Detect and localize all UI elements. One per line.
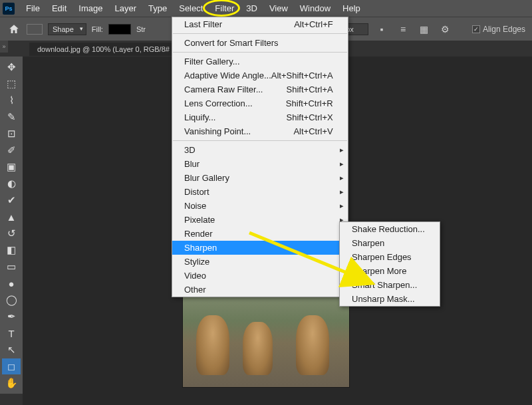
menu-item-render[interactable]: Render (172, 227, 348, 241)
checkbox-icon: ✓ (472, 25, 480, 33)
lasso-tool[interactable]: ⌇ (2, 92, 21, 108)
menu-item-adaptive-wide-angle[interactable]: Adaptive Wide Angle...Alt+Shift+Ctrl+A (172, 68, 348, 82)
history-brush-tool[interactable]: ↺ (2, 225, 21, 241)
menu-shortcut: Alt+Ctrl+F (294, 19, 333, 29)
menu-item-stylize[interactable]: Stylize (172, 255, 348, 269)
menu-item-distort[interactable]: Distort (172, 185, 348, 199)
gradient-tool[interactable]: ▭ (2, 259, 21, 275)
pen-tool[interactable]: ✒ (2, 309, 21, 325)
menu-item-camera-raw-filter[interactable]: Camera Raw Filter...Shift+Ctrl+A (172, 82, 348, 96)
menu-item-filter-gallery[interactable]: Filter Gallery... (172, 55, 348, 68)
eyedropper-tool[interactable]: ✐ (2, 142, 21, 158)
menu-separator (173, 140, 347, 141)
menu-item-label: Sharpen (352, 238, 384, 248)
menu-item-label: Blur Gallery (184, 173, 229, 183)
menu-item-label: Noise (184, 201, 206, 211)
menu-item-label: Other (184, 285, 206, 295)
menu-item-label: Distort (184, 187, 209, 197)
rectangle-tool[interactable]: □ (2, 358, 21, 374)
menu-item-sharpen-edges[interactable]: Sharpen Edges (340, 250, 440, 264)
menu-filter[interactable]: Filter (209, 1, 240, 16)
hand-tool[interactable]: ✋ (2, 375, 21, 391)
align-icon[interactable]: ▪ (374, 21, 390, 37)
menu-item-unsharp-mask[interactable]: Unsharp Mask... (340, 292, 440, 306)
stroke-label: Str (136, 25, 146, 33)
menu-view[interactable]: View (263, 1, 294, 16)
menu-item-label: Smart Sharpen... (352, 280, 417, 290)
menu-layer[interactable]: Layer (109, 1, 143, 16)
menu-shortcut: Shift+Ctrl+A (287, 84, 333, 94)
frame-tool[interactable]: ▣ (2, 159, 21, 175)
gear-icon[interactable]: ⚙ (438, 21, 454, 37)
arrange-icon[interactable]: ≡ (395, 21, 411, 37)
menu-item-blur-gallery[interactable]: Blur Gallery (172, 171, 348, 185)
menu-shortcut: Shift+Ctrl+X (287, 112, 333, 122)
path-select-tool[interactable]: ↖ (2, 342, 21, 358)
home-icon[interactable] (7, 22, 21, 37)
menu-item-label: Video (184, 271, 206, 281)
menu-item-label: Convert for Smart Filters (184, 38, 279, 48)
align-edges-check[interactable]: ✓ Align Edges (472, 25, 525, 34)
eraser-tool[interactable]: ◧ (2, 242, 21, 258)
menu-item-label: 3D (184, 145, 196, 155)
menu-3d[interactable]: 3D (240, 1, 263, 16)
quick-select-tool[interactable]: ✎ (2, 109, 21, 125)
menu-item-label: Stylize (184, 257, 209, 267)
menu-item-label: Unsharp Mask... (352, 294, 415, 304)
document-tab[interactable]: download.jpg @ 100% (Layer 0, RGB/8# (29, 43, 178, 56)
menu-item-label: Vanishing Point... (184, 126, 251, 136)
menu-item-label: Last Filter (184, 19, 222, 29)
menu-item-other[interactable]: Other (172, 283, 348, 297)
menu-item-sharpen[interactable]: Sharpen (172, 241, 348, 255)
menu-item-blur[interactable]: Blur (172, 157, 348, 171)
move-tool[interactable]: ✥ (2, 59, 21, 75)
menu-item-3d[interactable]: 3D (172, 143, 348, 157)
menu-window[interactable]: Window (294, 1, 336, 16)
menu-item-shake-reduction[interactable]: Shake Reduction... (340, 222, 440, 236)
menu-item-sharpen[interactable]: Sharpen (340, 236, 440, 250)
menu-shortcut: Shift+Ctrl+R (286, 98, 333, 108)
menu-item-vanishing-point[interactable]: Vanishing Point...Alt+Ctrl+V (172, 124, 348, 138)
filter-menu-dropdown: Last FilterAlt+Ctrl+FConvert for Smart F… (172, 17, 348, 297)
menubar: Ps File Edit Image Layer Type Select Fil… (0, 0, 532, 17)
menu-item-noise[interactable]: Noise (172, 199, 348, 213)
blur-tool[interactable]: ● (2, 275, 21, 291)
menu-item-smart-sharpen[interactable]: Smart Sharpen... (340, 278, 440, 292)
menu-shortcut: Alt+Ctrl+V (293, 126, 332, 136)
pathops-icon[interactable]: ▦ (416, 21, 432, 37)
clone-stamp-tool[interactable]: ▲ (2, 209, 21, 225)
type-tool[interactable]: T (2, 325, 21, 341)
menu-item-label: Sharpen More (352, 266, 406, 276)
menu-file[interactable]: File (20, 1, 46, 16)
collapse-toggle[interactable]: » (0, 41, 8, 53)
brush-tool[interactable]: ✔ (2, 192, 21, 208)
menu-image[interactable]: Image (72, 1, 108, 16)
menu-type[interactable]: Type (142, 1, 173, 16)
tool-preset[interactable] (27, 24, 43, 35)
fill-swatch[interactable] (108, 24, 131, 35)
menu-item-video[interactable]: Video (172, 269, 348, 283)
menu-item-sharpen-more[interactable]: Sharpen More (340, 264, 440, 278)
menu-item-label: Lens Correction... (184, 98, 253, 108)
shape-mode-select[interactable]: Shape (48, 23, 86, 35)
menu-item-label: Render (184, 229, 213, 239)
menu-item-last-filter[interactable]: Last FilterAlt+Ctrl+F (172, 17, 348, 31)
menu-item-pixelate[interactable]: Pixelate (172, 213, 348, 227)
menu-separator (173, 52, 347, 53)
menu-item-convert-for-smart-filters[interactable]: Convert for Smart Filters (172, 36, 348, 50)
spot-heal-tool[interactable]: ◐ (2, 176, 21, 192)
app-logo: Ps (3, 3, 15, 15)
menu-item-label: Filter Gallery... (184, 57, 240, 67)
menu-item-label: Liquify... (184, 112, 215, 122)
crop-tool[interactable]: ⊡ (2, 126, 21, 142)
menu-item-label: Pixelate (184, 215, 215, 225)
marquee-tool[interactable]: ⬚ (2, 76, 21, 92)
dodge-tool[interactable]: ◯ (2, 292, 21, 308)
menu-item-lens-correction[interactable]: Lens Correction...Shift+Ctrl+R (172, 96, 348, 110)
menu-separator (173, 33, 347, 34)
menu-item-liquify[interactable]: Liquify...Shift+Ctrl+X (172, 110, 348, 124)
menu-select[interactable]: Select (173, 1, 209, 16)
menu-help[interactable]: Help (336, 1, 366, 16)
menu-item-label: Camera Raw Filter... (184, 84, 263, 94)
menu-edit[interactable]: Edit (46, 1, 72, 16)
